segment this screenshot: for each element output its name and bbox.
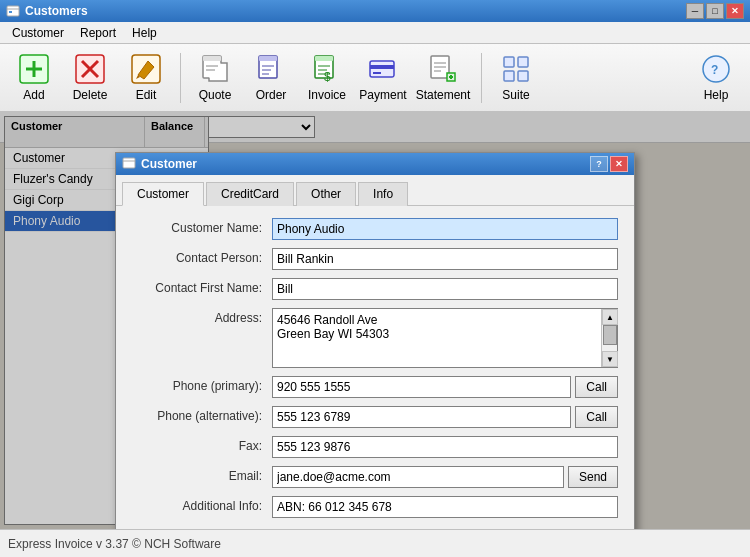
send-email-button[interactable]: Send (568, 466, 618, 488)
svg-rect-37 (518, 71, 528, 81)
quote-label: Quote (199, 88, 232, 102)
email-row: Email: Send (132, 466, 618, 488)
additional-info-row: Additional Info: (132, 496, 618, 518)
edit-button[interactable]: Edit (120, 49, 172, 107)
address-label: Address: (132, 308, 272, 325)
svg-rect-36 (504, 71, 514, 81)
help-icon: ? (700, 53, 732, 85)
contact-first-name-input[interactable] (272, 278, 618, 300)
menu-bar: Customer Report Help (0, 22, 750, 44)
order-icon (255, 53, 287, 85)
fax-row: Fax: (132, 436, 618, 458)
call-alt-button[interactable]: Call (575, 406, 618, 428)
delete-button[interactable]: Delete (64, 49, 116, 107)
svg-rect-11 (203, 56, 221, 61)
dialog-title-bar: Customer ? ✕ (116, 153, 634, 175)
close-button[interactable]: ✕ (726, 3, 744, 19)
help-label: Help (704, 88, 729, 102)
svg-text:$: $ (324, 70, 331, 84)
dialog-title: Customer (141, 157, 590, 171)
svg-rect-34 (504, 57, 514, 67)
scroll-down[interactable]: ▼ (602, 351, 618, 367)
menu-customer[interactable]: Customer (4, 24, 72, 42)
phone-alt-group: Call (272, 406, 618, 428)
suite-icon (500, 53, 532, 85)
dialog-icon (122, 156, 136, 173)
delete-icon (74, 53, 106, 85)
app-icon (6, 4, 20, 18)
email-label: Email: (132, 466, 272, 483)
address-scrollbar[interactable]: ▲ ▼ (601, 309, 617, 367)
tab-other[interactable]: Other (296, 182, 356, 206)
call-primary-button[interactable]: Call (575, 376, 618, 398)
additional-info-input[interactable] (272, 496, 618, 518)
minimize-button[interactable]: ─ (686, 3, 704, 19)
contact-person-row: Contact Person: (132, 248, 618, 270)
dialog-controls: ? ✕ (590, 156, 628, 172)
tab-customer[interactable]: Customer (122, 182, 204, 206)
status-text: Express Invoice v 3.37 © NCH Software (8, 537, 221, 551)
title-bar: Customers ─ □ ✕ (0, 0, 750, 22)
statement-label: Statement (416, 88, 471, 102)
statement-button[interactable]: Statement (413, 49, 473, 107)
additional-info-label: Additional Info: (132, 496, 272, 513)
customer-name-input[interactable] (272, 218, 618, 240)
fax-input[interactable] (272, 436, 618, 458)
contact-person-input[interactable] (272, 248, 618, 270)
svg-rect-40 (123, 158, 135, 168)
dialog-close-button[interactable]: ✕ (610, 156, 628, 172)
svg-rect-26 (370, 65, 394, 69)
invoice-button[interactable]: $ Invoice (301, 49, 353, 107)
svg-rect-35 (518, 57, 528, 67)
help-toolbar-button[interactable]: ? Help (690, 49, 742, 107)
contact-person-label: Contact Person: (132, 248, 272, 265)
address-row: Address: 45646 Randoll Ave Green Bay WI … (132, 308, 618, 368)
svg-rect-0 (7, 6, 19, 16)
phone-primary-input[interactable] (272, 376, 571, 398)
scroll-track (602, 325, 617, 351)
maximize-button[interactable]: □ (706, 3, 724, 19)
tab-info[interactable]: Info (358, 182, 408, 206)
dialog-help-button[interactable]: ? (590, 156, 608, 172)
customer-name-label: Customer Name: (132, 218, 272, 235)
phone-alt-row: Phone (alternative): Call (132, 406, 618, 428)
address-input[interactable]: 45646 Randoll Ave Green Bay WI 54303 (273, 309, 601, 367)
status-bar: Express Invoice v 3.37 © NCH Software (0, 529, 750, 557)
tab-creditcard[interactable]: CreditCard (206, 182, 294, 206)
svg-rect-27 (373, 72, 381, 74)
scroll-thumb[interactable] (603, 325, 617, 345)
content-area: Display Customers Group: All Group 1 Gro… (0, 112, 750, 557)
tab-bar: Customer CreditCard Other Info (116, 175, 634, 206)
phone-primary-group: Call (272, 376, 618, 398)
suite-label: Suite (502, 88, 529, 102)
add-icon (18, 53, 50, 85)
quote-button[interactable]: Quote (189, 49, 241, 107)
suite-button[interactable]: Suite (490, 49, 542, 107)
edit-icon (130, 53, 162, 85)
menu-help[interactable]: Help (124, 24, 165, 42)
payment-label: Payment (359, 88, 406, 102)
phone-alt-input[interactable] (272, 406, 571, 428)
fax-label: Fax: (132, 436, 272, 453)
scroll-up[interactable]: ▲ (602, 309, 618, 325)
statement-icon (427, 53, 459, 85)
svg-text:?: ? (711, 63, 718, 77)
menu-report[interactable]: Report (72, 24, 124, 42)
add-label: Add (23, 88, 44, 102)
customer-dialog: Customer ? ✕ Customer CreditCard Other I… (115, 152, 635, 557)
phone-primary-row: Phone (primary): Call (132, 376, 618, 398)
toolbar: Add Delete (0, 44, 750, 112)
dialog-content: Customer Name: Contact Person: Contact F… (116, 206, 634, 538)
add-button[interactable]: Add (8, 49, 60, 107)
invoice-icon: $ (311, 53, 343, 85)
sep-1 (180, 53, 181, 103)
contact-first-name-row: Contact First Name: (132, 278, 618, 300)
order-button[interactable]: Order (245, 49, 297, 107)
svg-rect-20 (315, 56, 333, 61)
email-input[interactable] (272, 466, 564, 488)
svg-rect-15 (259, 56, 277, 61)
window-controls: ─ □ ✕ (686, 3, 744, 19)
phone-alt-label: Phone (alternative): (132, 406, 272, 423)
payment-icon (367, 53, 399, 85)
payment-button[interactable]: Payment (357, 49, 409, 107)
